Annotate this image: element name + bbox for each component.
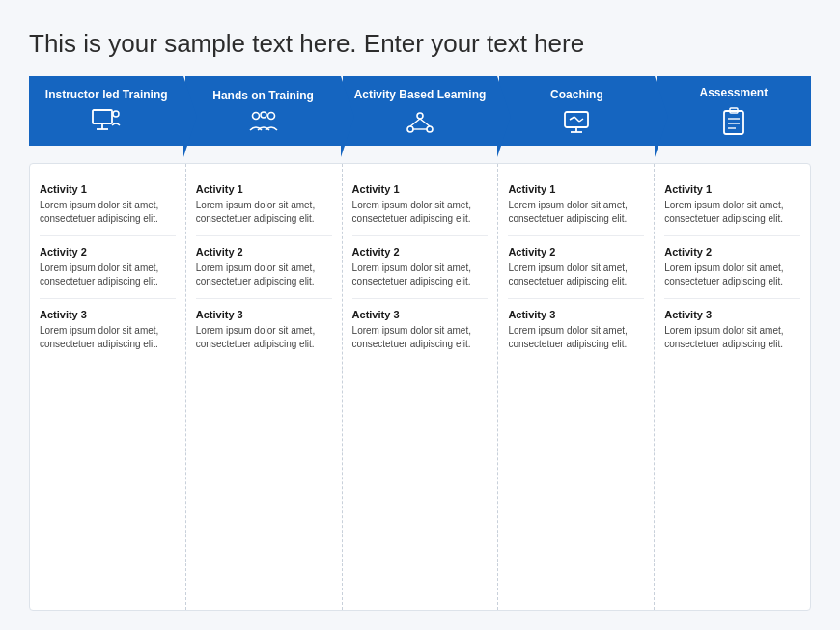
activity-text-col4-row3: Lorem ipsum dolor sit amet, consectetuer… [508,324,644,351]
activity-text-col2-row3: Lorem ipsum dolor sit amet, consectetuer… [196,324,332,351]
activity-title-col3-row3: Activity 3 [352,309,489,320]
svg-point-3 [113,111,119,117]
activity-title-col5-row2: Activity 2 [664,246,800,258]
header-icon-instructor [91,108,122,138]
activity-text-col2-row2: Lorem ipsum dolor sit amet, consectetuer… [196,261,332,288]
activity-title-col4-row3: Activity 3 [508,309,644,320]
header-cell-hands-on: Hands on Training [185,76,340,145]
activity-text-col4-row1: Lorem ipsum dolor sit amet, consectetuer… [508,199,644,226]
activity-text-col5-row2: Lorem ipsum dolor sit amet, consectetuer… [664,261,800,288]
activity-title-col1-row3: Activity 3 [40,309,176,320]
activity-title-col4-row1: Activity 1 [508,183,644,195]
svg-line-17 [574,117,579,122]
content-col-4: Activity 1Lorem ipsum dolor sit amet, co… [498,164,655,610]
activity-text-col4-row2: Lorem ipsum dolor sit amet, consectetuer… [508,261,644,288]
activity-text-col2-row1: Lorem ipsum dolor sit amet, consectetuer… [196,199,332,226]
svg-rect-19 [724,111,743,134]
svg-point-9 [427,126,433,132]
header-icon-activity-based [405,108,435,138]
activity-block-col1-row3: Activity 3Lorem ipsum dolor sit amet, co… [40,299,176,361]
header-label-hands-on: Hands on Training [212,89,314,102]
svg-point-4 [252,112,259,119]
slide: This is your sample text here. Enter you… [0,0,840,630]
activity-title-col2-row3: Activity 3 [196,309,332,320]
activity-block-col3-row1: Activity 1Lorem ipsum dolor sit amet, co… [352,174,489,236]
activity-block-col4-row2: Activity 2Lorem ipsum dolor sit amet, co… [508,236,644,299]
header-row: Instructor led Training Hands on Trainin… [29,76,811,145]
header-cell-coaching: Coaching [499,76,654,145]
header-cell-activity-based: Activity Based Learning [343,76,497,145]
activity-title-col2-row2: Activity 2 [196,246,332,258]
activity-text-col1-row2: Lorem ipsum dolor sit amet, consectetuer… [40,261,176,288]
activity-block-col1-row2: Activity 2Lorem ipsum dolor sit amet, co… [40,236,176,299]
svg-line-10 [410,119,420,126]
activity-block-col4-row3: Activity 3Lorem ipsum dolor sit amet, co… [508,299,644,361]
content-col-2: Activity 1Lorem ipsum dolor sit amet, co… [186,164,343,610]
header-label-activity-based: Activity Based Learning [354,88,487,101]
header-label-assessment: Assessment [699,86,768,99]
activity-text-col5-row3: Lorem ipsum dolor sit amet, consectetuer… [664,324,800,351]
activity-block-col4-row1: Activity 1Lorem ipsum dolor sit amet, co… [508,174,644,236]
activity-title-col1-row1: Activity 1 [40,183,176,195]
svg-point-7 [417,113,423,119]
activity-text-col1-row3: Lorem ipsum dolor sit amet, consectetuer… [40,324,176,351]
activity-text-col5-row1: Lorem ipsum dolor sit amet, consectetuer… [664,199,800,226]
svg-line-18 [579,119,583,122]
content-col-3: Activity 1Lorem ipsum dolor sit amet, co… [343,164,499,610]
header-label-instructor: Instructor led Training [45,88,168,101]
activity-block-col2-row2: Activity 2Lorem ipsum dolor sit amet, co… [196,236,332,299]
activity-block-col5-row1: Activity 1Lorem ipsum dolor sit amet, co… [664,174,800,236]
svg-point-6 [261,112,266,118]
activity-block-col2-row3: Activity 3Lorem ipsum dolor sit amet, co… [196,299,332,361]
content-col-5: Activity 1Lorem ipsum dolor sit amet, co… [655,164,810,610]
activity-block-col3-row2: Activity 2Lorem ipsum dolor sit amet, co… [352,236,489,299]
slide-title: This is your sample text here. Enter you… [29,29,811,59]
content-col-1: Activity 1Lorem ipsum dolor sit amet, co… [30,164,186,610]
activity-title-col5-row1: Activity 1 [664,183,800,195]
svg-point-5 [267,112,274,119]
header-label-coaching: Coaching [550,88,603,101]
activity-text-col3-row1: Lorem ipsum dolor sit amet, consectetuer… [352,199,489,226]
svg-line-16 [570,117,574,120]
svg-rect-0 [93,110,112,123]
activity-title-col1-row2: Activity 2 [40,246,176,258]
header-icon-coaching [561,108,592,138]
svg-point-8 [407,126,413,132]
activity-text-col1-row1: Lorem ipsum dolor sit amet, consectetuer… [40,199,176,226]
header-cell-instructor: Instructor led Training [29,76,183,145]
activity-text-col3-row2: Lorem ipsum dolor sit amet, consectetuer… [352,261,489,288]
activity-block-col5-row3: Activity 3Lorem ipsum dolor sit amet, co… [664,299,800,361]
activity-title-col2-row1: Activity 1 [196,183,332,195]
activity-block-col5-row2: Activity 2Lorem ipsum dolor sit amet, co… [664,236,800,299]
header-icon-hands-on [246,109,281,137]
header-cell-assessment: Assessment [657,76,811,145]
header-icon-assessment [720,106,747,140]
activity-title-col3-row2: Activity 2 [352,246,489,258]
activity-text-col3-row3: Lorem ipsum dolor sit amet, consectetuer… [352,324,489,351]
content-area: Activity 1Lorem ipsum dolor sit amet, co… [29,163,811,611]
activity-title-col4-row2: Activity 2 [508,246,644,258]
activity-block-col2-row1: Activity 1Lorem ipsum dolor sit amet, co… [196,174,332,236]
activity-title-col3-row1: Activity 1 [352,183,489,195]
activity-title-col5-row3: Activity 3 [664,309,800,320]
activity-block-col3-row3: Activity 3Lorem ipsum dolor sit amet, co… [352,299,489,361]
activity-block-col1-row1: Activity 1Lorem ipsum dolor sit amet, co… [40,174,176,236]
svg-line-11 [420,119,430,126]
